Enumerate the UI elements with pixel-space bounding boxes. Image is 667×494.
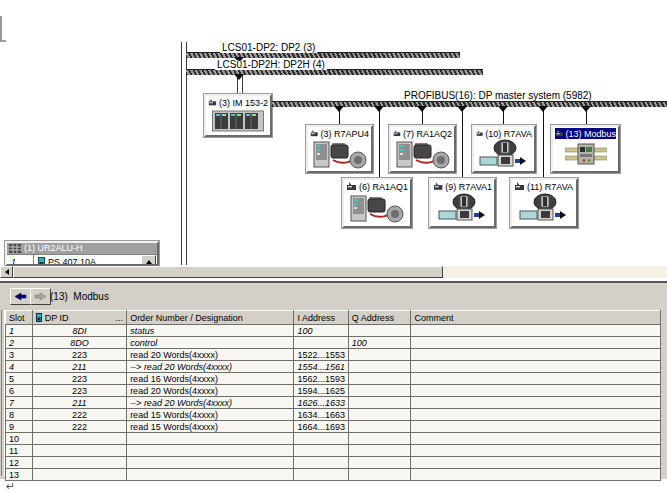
forward-button[interactable] bbox=[30, 288, 51, 305]
cell-slot[interactable]: 7 bbox=[6, 397, 33, 409]
cell-slot[interactable]: 10 bbox=[6, 433, 33, 445]
cell-slot[interactable]: 3 bbox=[6, 349, 33, 361]
cell-order[interactable]: --> read 20 Words(4xxxx) bbox=[127, 397, 294, 409]
table-row[interactable]: 5 223 read 16 Words(4xxxx) 1562...1593 bbox=[6, 373, 661, 385]
cell-order[interactable]: control bbox=[127, 337, 294, 349]
device-box-im153[interactable]: (3) IM 153-2 bbox=[204, 94, 272, 137]
cell-order[interactable]: read 16 Words(4xxxx) bbox=[127, 373, 294, 385]
cell-order[interactable]: read 20 Words(4xxxx) bbox=[127, 385, 294, 397]
cell-dp-id[interactable]: 223 bbox=[32, 385, 126, 397]
cell-comment[interactable] bbox=[411, 457, 661, 469]
cell-order[interactable]: status bbox=[127, 325, 294, 337]
rack-window-titlebar[interactable]: (1) UR2ALU-H bbox=[7, 243, 157, 254]
table-row[interactable]: 4 211 --> read 20 Words(4xxxx) 1554...15… bbox=[6, 361, 661, 373]
cell-q-address[interactable]: 100 bbox=[348, 337, 411, 349]
cell-i-address[interactable] bbox=[294, 469, 348, 481]
cell-comment[interactable] bbox=[411, 373, 661, 385]
device-box-ra1aq2[interactable]: (7) RA1AQ2 bbox=[389, 125, 456, 173]
device-box-ra1aq1[interactable]: (6) RA1AQ1 bbox=[342, 178, 412, 228]
cell-i-address[interactable] bbox=[294, 445, 348, 457]
cell-q-address[interactable] bbox=[348, 445, 411, 457]
scrollbar-thumb[interactable] bbox=[13, 266, 443, 278]
cell-slot[interactable]: 2 bbox=[6, 337, 33, 349]
cell-dp-id[interactable]: 211 bbox=[32, 361, 126, 373]
table-row[interactable]: 3 223 read 20 Words(4xxxx) 1522...1553 bbox=[6, 349, 661, 361]
cell-order[interactable] bbox=[127, 445, 294, 457]
back-button[interactable] bbox=[10, 288, 31, 305]
cell-slot[interactable]: 11 bbox=[6, 445, 33, 457]
device-box-r7ava1[interactable]: (9) R7AVA1 bbox=[429, 178, 496, 228]
cell-i-address[interactable]: 1594...1625 bbox=[294, 385, 348, 397]
cell-q-address[interactable] bbox=[348, 421, 411, 433]
cell-order[interactable] bbox=[127, 469, 294, 481]
cell-comment[interactable] bbox=[411, 397, 661, 409]
cell-dp-id[interactable] bbox=[32, 469, 126, 481]
cell-comment[interactable] bbox=[411, 421, 661, 433]
cell-slot[interactable]: 9 bbox=[6, 421, 33, 433]
cell-slot[interactable]: 12 bbox=[6, 457, 33, 469]
cell-comment[interactable] bbox=[411, 337, 661, 349]
cell-comment[interactable] bbox=[411, 385, 661, 397]
table-row[interactable]: 1 8DI status 100 bbox=[6, 325, 661, 337]
cell-i-address[interactable] bbox=[294, 457, 348, 469]
table-row[interactable]: 2 8DO control 100 bbox=[6, 337, 661, 349]
table-row[interactable]: 13 bbox=[6, 469, 661, 481]
cell-dp-id[interactable] bbox=[32, 433, 126, 445]
cell-comment[interactable] bbox=[411, 409, 661, 421]
rack-row-ps407[interactable]: 1 PS 407 10A bbox=[7, 254, 157, 266]
cell-i-address[interactable]: 1634...1663 bbox=[294, 409, 348, 421]
cell-slot[interactable]: 5 bbox=[6, 373, 33, 385]
rack-scroll-up-button[interactable] bbox=[141, 255, 156, 266]
cell-comment[interactable] bbox=[411, 349, 661, 361]
cell-i-address[interactable] bbox=[294, 337, 348, 349]
cell-comment[interactable] bbox=[411, 445, 661, 457]
cell-q-address[interactable] bbox=[348, 361, 411, 373]
table-row[interactable]: 7 211 --> read 20 Words(4xxxx) 1626...16… bbox=[6, 397, 661, 409]
table-row[interactable]: 8 222 read 15 Words(4xxxx) 1634...1663 bbox=[6, 409, 661, 421]
cell-i-address[interactable] bbox=[294, 433, 348, 445]
cell-slot[interactable]: 1 bbox=[6, 325, 33, 337]
cell-order[interactable]: read 15 Words(4xxxx) bbox=[127, 421, 294, 433]
cell-i-address[interactable]: 1554...1561 bbox=[294, 361, 348, 373]
cell-q-address[interactable] bbox=[348, 469, 411, 481]
cell-dp-id[interactable]: 222 bbox=[32, 409, 126, 421]
cell-i-address[interactable]: 1626...1633 bbox=[294, 397, 348, 409]
cell-q-address[interactable] bbox=[348, 385, 411, 397]
dp2-bus-label[interactable]: LCS01-DP2: DP2 (3) bbox=[220, 43, 317, 53]
rack-window-ur2alu-h[interactable]: (1) UR2ALU-H 1 PS 407 10A bbox=[5, 241, 159, 266]
cell-comment[interactable] bbox=[411, 433, 661, 445]
cell-order[interactable]: --> read 20 Words(4xxxx) bbox=[127, 361, 294, 373]
table-row[interactable]: 9 222 read 15 Words(4xxxx) 1664...1693 bbox=[6, 421, 661, 433]
cell-order[interactable]: read 15 Words(4xxxx) bbox=[127, 409, 294, 421]
dp2h-bus-label[interactable]: LCS01-DP2H: DP2H (4) bbox=[215, 60, 327, 70]
cell-q-address[interactable] bbox=[348, 325, 411, 337]
profibus-bus-line[interactable] bbox=[272, 101, 667, 107]
cell-q-address[interactable] bbox=[348, 349, 411, 361]
cell-q-address[interactable] bbox=[348, 433, 411, 445]
cell-i-address[interactable]: 1522...1553 bbox=[294, 349, 348, 361]
cell-dp-id[interactable] bbox=[32, 457, 126, 469]
cell-order[interactable] bbox=[127, 457, 294, 469]
cell-dp-id[interactable]: 223 bbox=[32, 349, 126, 361]
horizontal-scrollbar[interactable] bbox=[0, 266, 667, 278]
device-box-r7ava-11[interactable]: (11) R7AVA bbox=[510, 178, 578, 228]
cell-slot[interactable]: 8 bbox=[6, 409, 33, 421]
cell-q-address[interactable] bbox=[348, 409, 411, 421]
cell-comment[interactable] bbox=[411, 361, 661, 373]
cell-q-address[interactable] bbox=[348, 373, 411, 385]
scroll-left-button[interactable] bbox=[0, 266, 13, 278]
cell-slot[interactable]: 13 bbox=[6, 469, 33, 481]
cell-dp-id[interactable] bbox=[32, 445, 126, 457]
device-box-r7apu4[interactable]: (3) R7APU4 bbox=[306, 125, 373, 173]
cell-comment[interactable] bbox=[411, 325, 661, 337]
cell-q-address[interactable] bbox=[348, 397, 411, 409]
cell-i-address[interactable]: 1562...1593 bbox=[294, 373, 348, 385]
cell-dp-id[interactable]: 222 bbox=[32, 421, 126, 433]
table-row[interactable]: 11 bbox=[6, 445, 661, 457]
device-box-modbus[interactable]: (13) Modbus bbox=[551, 125, 620, 173]
cell-slot[interactable]: 4 bbox=[6, 361, 33, 373]
cell-order[interactable]: read 20 Words(4xxxx) bbox=[127, 349, 294, 361]
cell-order[interactable] bbox=[127, 433, 294, 445]
cell-q-address[interactable] bbox=[348, 457, 411, 469]
cell-i-address[interactable]: 1664...1693 bbox=[294, 421, 348, 433]
